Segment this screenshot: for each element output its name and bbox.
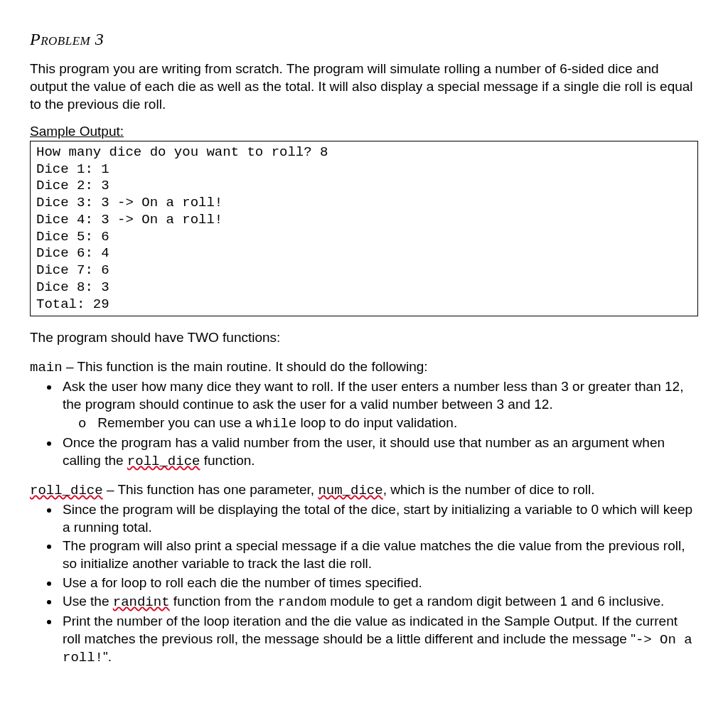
- sample-output-box: How many dice do you want to roll? 8 Dic…: [30, 141, 698, 317]
- main-bullet-list: Ask the user how many dice they want to …: [60, 378, 698, 470]
- roll-function-block: roll_dice – This function has one parame…: [30, 481, 698, 667]
- list-item: Remember you can use a while loop to do …: [94, 414, 698, 433]
- main-intro: main – This function is the main routine…: [30, 358, 698, 377]
- list-item: Since the program will be displaying the…: [60, 501, 698, 536]
- bullet-text: Ask the user how many dice they want to …: [63, 379, 683, 412]
- roll-desc-b: , which is the number of dice to roll.: [383, 482, 595, 497]
- list-item: The program will also print a special me…: [60, 537, 698, 572]
- list-item: Use a for loop to roll each die the numb…: [60, 574, 698, 592]
- roll-intro: roll_dice – This function has one parame…: [30, 481, 698, 500]
- sub-list: Remember you can use a while loop to do …: [94, 414, 698, 433]
- bullet-text: Remember you can use a: [97, 415, 256, 430]
- main-desc: – This function is the main routine. It …: [63, 359, 428, 374]
- roll-bullet-list: Since the program will be displaying the…: [60, 501, 698, 667]
- problem-heading: Problem 3: [30, 28, 698, 50]
- bullet-text: loop to do input validation.: [296, 415, 457, 430]
- bullet-text: function from the: [170, 594, 278, 609]
- code-span: roll_dice: [127, 454, 200, 469]
- list-item: Once the program has a valid number from…: [60, 434, 698, 470]
- bullet-text: function.: [200, 453, 255, 468]
- bullet-text: module to get a random digit between 1 a…: [326, 594, 664, 609]
- list-item: Ask the user how many dice they want to …: [60, 378, 698, 433]
- list-item: Print the number of the loop iteration a…: [60, 613, 698, 667]
- list-item: Use the randint function from the random…: [60, 593, 698, 611]
- functions-intro: The program should have TWO functions:: [30, 329, 698, 347]
- bullet-text: ".: [103, 649, 112, 664]
- bullet-text: Use the: [63, 594, 113, 609]
- main-function-block: main – This function is the main routine…: [30, 358, 698, 470]
- intro-paragraph: This program you are writing from scratc…: [30, 60, 698, 113]
- roll-desc-a: – This function has one parameter,: [103, 482, 318, 497]
- code-span: randint: [113, 594, 170, 610]
- code-span: while: [256, 416, 296, 432]
- bullet-text: Print the number of the loop iteration a…: [63, 614, 678, 646]
- roll-param: num_dice: [318, 483, 382, 498]
- roll-fn-name: roll_dice: [30, 483, 103, 498]
- code-span: random: [278, 594, 326, 610]
- sample-output-label: Sample Output:: [30, 123, 698, 141]
- main-fn-name: main: [30, 360, 63, 375]
